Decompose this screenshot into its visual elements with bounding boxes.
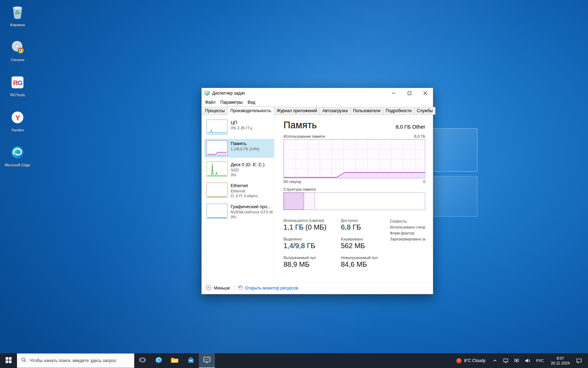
search-input[interactable] <box>30 354 130 368</box>
task-view-button[interactable] <box>134 353 150 368</box>
stat-cached-value: 562 МБ <box>341 242 382 250</box>
usage-chart-label: Использование памяти <box>284 134 325 138</box>
taskbar-task-manager-button[interactable] <box>199 353 215 368</box>
fewer-details-label: Меньше <box>214 286 230 291</box>
task-manager-window: Диспетчер задач Файл Параметры Вид Проце… <box>201 88 433 294</box>
stat-paged-label: Выгружаемый пул <box>284 255 336 260</box>
taskbar-edge-button[interactable] <box>150 353 167 368</box>
menu-file[interactable]: Файл <box>203 99 218 105</box>
taskbar-clock[interactable]: 8:07 20.11.2024 <box>548 353 573 368</box>
weather-text: 8°C Cloudy <box>464 358 485 363</box>
microsoft-store-icon <box>187 356 195 366</box>
network-tray-icon[interactable] <box>512 353 521 368</box>
desktop-icon-edge[interactable]: Microsoft Edge <box>3 142 32 177</box>
clock-date: 20.11.2024 <box>551 361 570 366</box>
menu-view[interactable]: Вид <box>245 99 258 105</box>
sidebar-item-sub: 1,1/8,0 ГБ (14%) <box>231 147 259 151</box>
resource-monitor-icon <box>238 285 243 291</box>
taskbar-store-button[interactable] <box>183 353 199 368</box>
menu-options[interactable]: Параметры <box>218 99 245 105</box>
sidebar-item-disk0[interactable]: Диск 0 (D: E: C:) SSD 0% <box>204 160 274 179</box>
desktop-icons: Корзина Chrome R <box>3 2 32 177</box>
desktop-icon-label: Корзина <box>10 23 25 27</box>
tab-users[interactable]: Пользователи <box>350 107 383 115</box>
action-center-icon[interactable] <box>574 353 583 368</box>
tab-performance[interactable]: Производительность <box>227 107 274 115</box>
sidebar-item-sub: 0% 2,35 ГГц <box>231 126 252 130</box>
recycle-bin-icon <box>9 4 26 22</box>
cpu-mini-graph <box>206 120 227 135</box>
memory-pane: Память 8,0 ГБ Other Использование памяти… <box>274 115 433 282</box>
file-explorer-icon <box>170 356 179 366</box>
sidebar-item-sub2: 0% <box>231 173 265 177</box>
menu-bar: Файл Параметры Вид <box>202 98 433 106</box>
window-title: Диспетчер задач <box>212 91 245 96</box>
taskbar-weather-widget[interactable]: 8°C Cloudy <box>453 353 489 368</box>
resource-monitor-label: Открыть монитор ресурсов <box>245 286 298 291</box>
tab-app-history[interactable]: Журнал приложений <box>274 107 320 115</box>
taskbar-search-box[interactable] <box>17 353 134 368</box>
tab-strip: Процессы Производительность Журнал прило… <box>202 106 433 115</box>
sidebar-item-title: ЦП <box>231 120 252 125</box>
desktop-icon-recycle-bin[interactable]: Корзина <box>3 2 32 37</box>
desktop-icon-rgtools[interactable]: R G RGTools <box>3 72 32 107</box>
desktop-icon-chrome[interactable]: Chrome <box>3 37 32 72</box>
sidebar-item-sub: NVIDIA GeForce GTX 660... <box>231 210 273 214</box>
close-button[interactable] <box>417 88 433 98</box>
taskbar: 8°C Cloudy <box>0 353 588 368</box>
rgtools-icon: R G <box>9 74 26 92</box>
volume-tray-icon[interactable] <box>523 353 532 368</box>
sidebar-item-sub: SSD <box>231 168 265 172</box>
sidebar-item-sub2: О: 0 П: 0 кбит/с <box>231 194 258 198</box>
tab-services[interactable]: Службы <box>414 107 435 115</box>
edge-icon <box>154 356 163 366</box>
usage-chart-timespan: 60 секунд <box>284 179 301 184</box>
chrome-disc-icon <box>9 39 26 57</box>
stat-available-value: 6,8 ГБ <box>341 223 382 231</box>
sidebar-item-ethernet[interactable]: Ethernet Ethernet О: 0 П: 0 кбит/с <box>204 181 274 200</box>
open-resource-monitor-link[interactable]: Открыть монитор ресурсов <box>238 285 298 291</box>
maximize-button[interactable] <box>401 88 417 98</box>
start-button[interactable] <box>0 353 17 368</box>
fewer-details-button[interactable]: Меньше <box>206 285 230 292</box>
windows-logo-icon <box>6 357 12 364</box>
desktop-icon-label: Chrome <box>10 58 24 62</box>
desktop-icon-label: Yandex <box>11 128 24 132</box>
stat-committed-value: 1,4/9,8 ГБ <box>284 242 336 250</box>
footer-divider <box>234 285 234 291</box>
ethernet-mini-graph <box>206 183 227 198</box>
svg-text:G: G <box>18 79 23 87</box>
sidebar-item-memory[interactable]: Память 1,1/8,0 ГБ (14%) <box>204 139 274 158</box>
usage-chart-max: 8,0 ГБ <box>414 134 425 138</box>
stat-in-use-label: Используется (сжатая) <box>284 218 336 223</box>
sidebar-item-sub: Ethernet <box>231 189 258 193</box>
memory-stats: Используется (сжатая) 1,1 ГБ (0 МБ) Дост… <box>284 218 382 274</box>
display-tray-icon[interactable] <box>501 353 510 368</box>
edge-icon <box>9 144 26 162</box>
memory-capacity: 8,0 ГБ Other <box>396 124 425 131</box>
sidebar-item-title: Диск 0 (D: E: C:) <box>231 162 265 167</box>
task-view-icon <box>139 356 146 365</box>
window-controls <box>386 88 433 98</box>
detail-form-factor-label: Форм-фактор: <box>390 230 425 236</box>
memory-mini-graph <box>206 141 227 156</box>
sidebar-item-gpu[interactable]: Графический про... NVIDIA GeForce GTX 66… <box>204 202 274 221</box>
title-bar[interactable]: Диспетчер задач <box>202 88 433 98</box>
detail-speed-label: Скорость: <box>390 218 425 224</box>
language-indicator[interactable]: РУС <box>534 353 546 368</box>
clock-time: 8:07 <box>556 356 564 361</box>
sidebar-item-cpu[interactable]: ЦП 0% 2,35 ГГц <box>204 118 274 137</box>
minimize-button[interactable] <box>386 88 401 98</box>
taskbar-file-explorer-button[interactable] <box>167 353 183 368</box>
detail-slots-label: Использовано гнезд: <box>390 224 425 230</box>
tab-processes[interactable]: Процессы <box>202 107 227 115</box>
tab-startup[interactable]: Автозагрузка <box>320 107 351 115</box>
desktop-icon-yandex[interactable]: Y Yandex <box>3 107 32 142</box>
detail-reserved-label: Зарезервировано аппара... <box>390 236 425 242</box>
hidden-icons-chevron[interactable] <box>490 353 499 368</box>
memory-composition-bar <box>284 192 425 210</box>
task-manager-icon <box>204 90 210 96</box>
tab-details[interactable]: Подробности <box>383 107 414 115</box>
sidebar-item-sub2: 0% <box>231 215 273 219</box>
desktop-icon-label: Microsoft Edge <box>5 163 30 168</box>
